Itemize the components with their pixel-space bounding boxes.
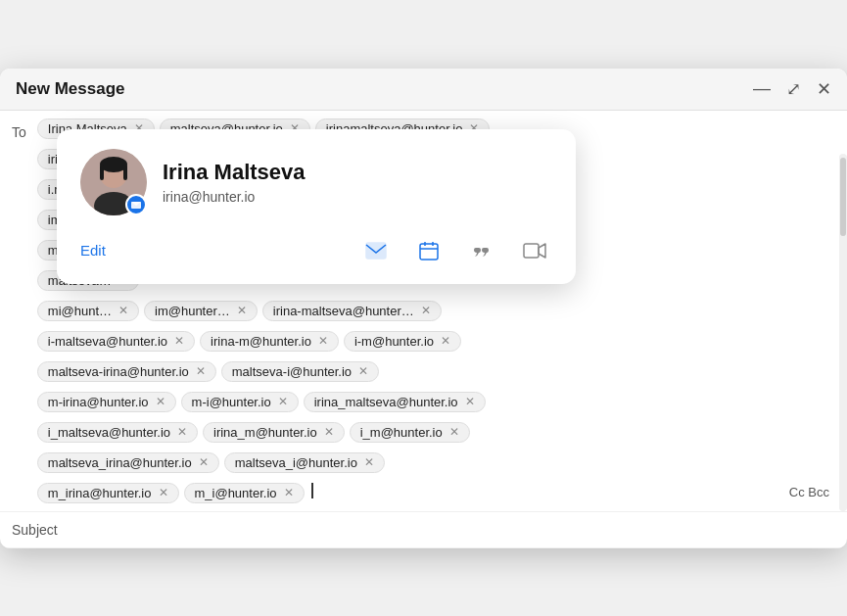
chip-im-hunter2[interactable]: im@hunter… ✕ xyxy=(144,301,258,321)
to-label: To xyxy=(12,122,26,140)
svg-point-3 xyxy=(100,157,127,172)
chip-i-underscore-m[interactable]: i_m@hunter.io ✕ xyxy=(350,422,470,443)
subject-label: Subject xyxy=(12,522,58,538)
chip-i-underscore-maltseva[interactable]: i_maltseva@hunter.io ✕ xyxy=(37,422,198,443)
chip-close-maltseva-irina-hunter[interactable]: ✕ xyxy=(194,364,208,378)
chip-close-m-underscore-irina[interactable]: ✕ xyxy=(157,486,170,499)
chip-close-im-hunter2[interactable]: ✕ xyxy=(235,304,249,317)
chip-irina-m-hunter[interactable]: irina-m@hunter.io ✕ xyxy=(200,331,339,352)
svg-rect-5 xyxy=(123,165,127,180)
chip-close-i-underscore-m[interactable]: ✕ xyxy=(447,425,461,439)
chip-maltseva-irina-hunter[interactable]: maltseva-irina@hunter.io ✕ xyxy=(37,361,216,382)
chip-close-irina-m-hunter[interactable]: ✕ xyxy=(316,334,330,348)
chip-m-i-hunter[interactable]: m-i@hunter.io ✕ xyxy=(181,392,299,412)
contact-info: Irina Maltseva irina@hunter.io xyxy=(163,160,306,205)
svg-rect-9 xyxy=(420,244,438,260)
chip-close-irina-underscore-m[interactable]: ✕ xyxy=(322,425,336,439)
hunter-badge xyxy=(125,194,147,215)
svg-rect-13 xyxy=(524,244,539,258)
chip-maltseva-underscore-i[interactable]: maltseva_i@hunter.io ✕ xyxy=(224,452,385,473)
chip-close-m-underscore-i[interactable]: ✕ xyxy=(282,486,296,499)
contact-card-header: Irina Maltseva irina@hunter.io xyxy=(80,149,552,215)
scrollbar[interactable] xyxy=(839,154,847,511)
cc-bcc-button[interactable]: Cc Bcc xyxy=(789,485,829,503)
subject-row: Subject xyxy=(0,512,847,548)
chip-close-irina-maltseva-hunter[interactable]: ✕ xyxy=(419,304,433,317)
avatar-wrapper xyxy=(80,149,147,215)
video-action-icon[interactable] xyxy=(517,233,552,268)
edit-contact-button[interactable]: Edit xyxy=(80,242,106,259)
svg-rect-4 xyxy=(100,165,104,180)
chip-close-maltseva-underscore-irina[interactable]: ✕ xyxy=(197,455,211,469)
chip-m-irina-hunter[interactable]: m-irina@hunter.io ✕ xyxy=(37,392,176,412)
chip-i-maltseva-hunter[interactable]: i-maltseva@hunter.io ✕ xyxy=(37,331,195,352)
chip-close-i-m-hunter[interactable]: ✕ xyxy=(439,334,452,348)
chip-close-maltseva-underscore-i[interactable]: ✕ xyxy=(362,455,376,469)
mail-action-icon[interactable] xyxy=(358,233,394,268)
chip-close-mi-hunt[interactable]: ✕ xyxy=(117,304,130,317)
quote-action-icon[interactable] xyxy=(464,233,499,268)
chip-m-underscore-irina[interactable]: m_irina@hunter.io ✕ xyxy=(37,483,179,503)
chip-irina-underscore-m[interactable]: irina_m@hunter.io ✕ xyxy=(203,422,345,443)
svg-marker-14 xyxy=(539,244,545,258)
text-cursor xyxy=(311,483,313,498)
window-title: New Message xyxy=(16,79,125,99)
scrollbar-thumb[interactable] xyxy=(840,158,846,236)
chip-irina-underscore-hunter[interactable]: irina_maltseva@hunter.io ✕ xyxy=(304,392,486,412)
expand-button[interactable]: ⤢ xyxy=(786,78,801,100)
chip-irina-maltseva-hunter[interactable]: irina-maltseva@hunter… ✕ xyxy=(262,301,442,321)
title-bar: New Message — ⤢ ✕ xyxy=(0,69,847,111)
close-button[interactable]: ✕ xyxy=(817,78,831,100)
window-controls: — ⤢ ✕ xyxy=(753,78,831,100)
chip-close-i-maltseva-hunter[interactable]: ✕ xyxy=(172,334,186,348)
contact-card-popup: Irina Maltseva irina@hunter.io Edit xyxy=(57,129,576,284)
chip-maltseva-i-hunter[interactable]: maltseva-i@hunter.io ✕ xyxy=(221,361,379,382)
chip-close-i-underscore-maltseva[interactable]: ✕ xyxy=(175,425,189,439)
chip-maltseva-underscore-irina[interactable]: maltseva_irina@hunter.io ✕ xyxy=(37,452,219,473)
chip-close-maltseva-i-hunter[interactable]: ✕ xyxy=(356,364,370,378)
minimize-button[interactable]: — xyxy=(753,78,771,99)
chip-mi-hunt[interactable]: mi@hunt… ✕ xyxy=(37,301,139,321)
chip-close-irina-underscore-hunter[interactable]: ✕ xyxy=(463,395,477,408)
contact-email: irina@hunter.io xyxy=(163,189,306,205)
action-icons xyxy=(358,233,552,268)
chip-m-underscore-i[interactable]: m_i@hunter.io ✕ xyxy=(184,483,305,503)
svg-rect-8 xyxy=(366,243,386,259)
calendar-action-icon[interactable] xyxy=(411,233,447,268)
chip-i-m-hunter[interactable]: i-m@hunter.io ✕ xyxy=(344,331,461,352)
chip-close-m-irina-hunter[interactable]: ✕ xyxy=(154,395,167,408)
contact-card-actions: Edit xyxy=(80,233,552,268)
chip-close-m-i-hunter[interactable]: ✕ xyxy=(276,395,290,408)
compose-window: New Message — ⤢ ✕ To Irina Maltseva ✕ ma… xyxy=(0,69,847,548)
contact-name: Irina Maltseva xyxy=(163,160,306,185)
